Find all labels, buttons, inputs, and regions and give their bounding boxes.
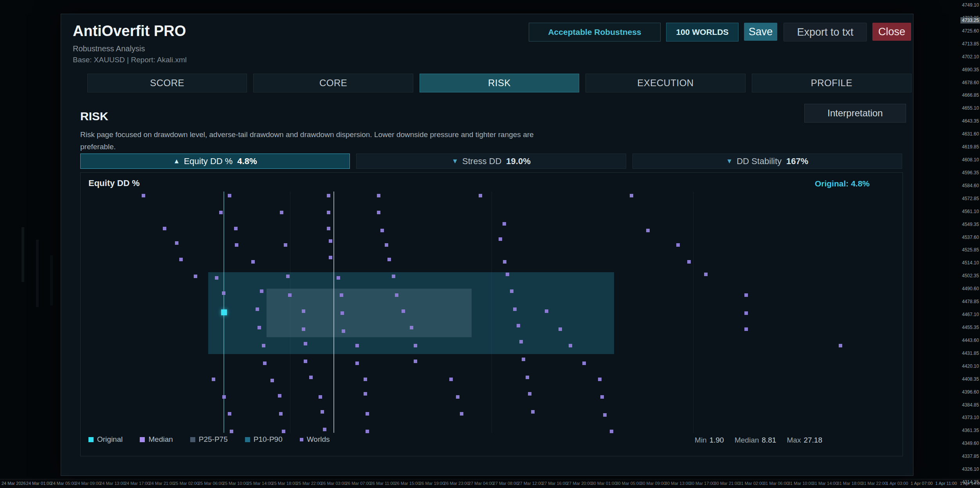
legend-label: Original [97,435,122,444]
world-point [545,309,548,313]
world-point [319,395,322,399]
price-label: 4713.85 [962,41,979,47]
stat-max-value: 27.18 [803,436,822,444]
world-point [279,412,283,416]
price-label: 4361.35 [962,428,979,433]
legend-label: Median [148,435,173,444]
world-point [228,412,231,416]
metric-value: 4.8% [237,156,257,166]
time-label: 25 Mar 10:00 [223,481,248,486]
world-point [380,229,384,232]
time-label: 24 Mar 2026 [2,481,26,486]
world-point [340,311,344,315]
world-point [414,344,417,347]
world-point [479,194,482,197]
world-point [251,260,255,264]
world-point [342,329,345,333]
world-point [528,392,531,396]
world-point [364,378,367,381]
metric-button-equity-dd[interactable]: ▲Equity DD %4.8% [80,154,350,169]
price-label: 4314.35 [962,479,979,485]
time-label: 30 Mar 17:00 [690,481,715,486]
world-point [531,410,535,414]
world-point [323,428,326,431]
save-button[interactable]: Save [744,23,777,41]
world-point [366,412,369,416]
world-point [387,258,391,261]
world-point [219,211,223,214]
tab-score[interactable]: SCORE [87,74,247,92]
world-point [395,293,398,297]
world-point [600,395,604,399]
metric-button-stress-dd[interactable]: ▼Stress DD19.0% [356,154,626,169]
metric-label: Equity DD % [184,156,233,166]
price-label: 4443.60 [962,338,979,343]
tab-risk[interactable]: RISK [420,74,579,92]
legend-swatch-icon [300,438,303,441]
worlds-count-badge[interactable]: 100 WORLDS [666,23,739,42]
time-label: 25 Mar 14:00 [247,481,273,486]
price-label: 4396.60 [962,389,979,395]
tab-execution[interactable]: EXECUTION [585,74,745,92]
world-point [414,360,417,363]
world-point [519,340,523,343]
chart-title: Equity DD % [88,178,140,188]
time-label: 24 Mar 01:00 [26,481,52,486]
metric-value: 19.0% [506,156,530,166]
world-point [288,293,292,297]
world-point [355,361,359,365]
price-label: 4584.60 [962,183,979,188]
background-candle [22,227,24,282]
metric-row: ▲Equity DD %4.8%▼Stress DD19.0%▼DD Stabi… [80,154,902,168]
time-label: 27 Mar 04:00 [468,481,494,486]
close-button[interactable]: Close [872,23,911,41]
tab-profile[interactable]: PROFILE [752,74,912,92]
world-point [558,327,562,331]
triangle-down-icon: ▼ [452,157,458,165]
world-point [222,291,225,295]
price-label: 4678.60 [962,80,979,85]
price-label: 4572.85 [962,196,979,201]
price-label: 4478.85 [962,299,979,304]
risk-description: Risk page focused on drawdown level, adv… [80,128,542,153]
legend-label: Worlds [307,435,330,444]
median-line [333,192,334,433]
world-point [676,243,680,247]
legend-swatch-icon [245,437,250,442]
world-point [329,256,332,259]
tab-core[interactable]: CORE [253,74,413,92]
stat-min-label: Min [695,436,707,444]
time-label: 1 Apr 03:00 [886,481,908,486]
world-point [598,378,602,381]
triangle-up-icon: ▲ [173,157,180,165]
metric-button-dd-stability[interactable]: ▼DD Stability167% [632,154,902,169]
world-point [321,410,324,414]
price-label: 4619.85 [962,144,979,150]
distribution-stats: Min1.90 Median8.81 Max27.18 [695,436,822,445]
world-point [163,227,166,230]
world-point [506,273,509,276]
world-point [329,239,332,243]
legend-swatch-icon [140,437,145,442]
original-marker [221,309,227,315]
world-point [142,194,145,197]
time-label: 27 Mar 16:00 [542,481,567,486]
legend-label: P25-P75 [199,435,228,444]
price-label: 4702.10 [962,54,979,60]
time-label: 26 Mar 07:00 [346,481,371,486]
world-point [304,342,307,345]
world-point [499,237,502,241]
tab-bar: SCORECORERISKEXECUTIONPROFILE [87,74,912,92]
plot-area [88,192,895,433]
current-price-badge: 4733.25 [960,17,980,23]
world-point [456,395,459,399]
interpretation-button[interactable]: Interpretation [804,104,906,123]
export-to-txt-button[interactable]: Export to txt [784,23,867,42]
time-label: 27 Mar 20:00 [567,481,592,486]
background-candle [50,255,53,305]
world-point [280,211,283,214]
time-label: 26 Mar 03:00 [321,481,346,486]
time-axis: 24 Mar 202624 Mar 01:0024 Mar 05:0024 Ma… [0,479,980,488]
world-point [327,211,330,214]
price-label: 4431.85 [962,351,979,356]
